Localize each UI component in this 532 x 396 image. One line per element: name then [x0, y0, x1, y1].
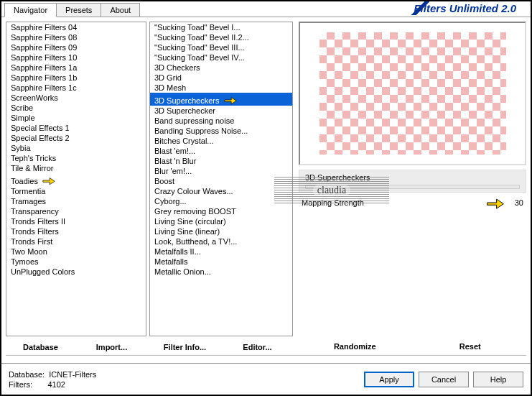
title-slider[interactable] — [305, 185, 520, 189]
filter-item[interactable]: "Sucking Toad" Bevel I... — [150, 22, 292, 32]
filter-item[interactable]: "Sucking Toad" Bevel II.2... — [150, 32, 292, 42]
db-label: Database: — [9, 370, 45, 379]
filter-title: 3D Supercheckers — [299, 170, 526, 193]
tab-presets[interactable]: Presets — [56, 3, 101, 17]
category-item[interactable]: Tronds First — [6, 236, 146, 247]
category-item[interactable]: Special Effects 1 — [6, 123, 146, 133]
category-item[interactable]: Special Effects 2 — [6, 133, 146, 143]
category-item[interactable]: Simple — [6, 113, 146, 123]
filter-item[interactable]: Crazy Colour Waves... — [150, 186, 292, 196]
filter-item[interactable]: Metalfalls — [150, 257, 292, 267]
category-item[interactable]: ScreenWorks — [6, 93, 146, 103]
tab-about[interactable]: About — [101, 3, 140, 17]
category-item[interactable]: Two Moon — [6, 247, 146, 257]
tab-navigator[interactable]: Navigator — [4, 3, 57, 17]
filter-item[interactable]: Metallic Onion... — [150, 267, 292, 277]
preview-area — [299, 22, 526, 165]
filter-item[interactable]: Blast 'n Blur — [150, 156, 292, 166]
param-reset-button[interactable]: Reset — [414, 341, 527, 352]
filter-item[interactable]: Boost — [150, 176, 292, 186]
category-item[interactable]: Sapphire Filters 1b — [6, 73, 146, 83]
filter-item[interactable]: Cyborg... — [150, 196, 292, 206]
category-item[interactable]: Sapphire Filters 08 — [6, 32, 146, 42]
apply-button[interactable]: Apply — [364, 372, 414, 387]
filter-item[interactable]: Living Sine (circular) — [150, 216, 292, 226]
pointer-icon — [223, 95, 238, 105]
filter-item[interactable]: Metalfalls II... — [150, 247, 292, 257]
category-item[interactable]: Transparency — [6, 206, 146, 216]
category-item[interactable]: Toadies — [6, 173, 146, 186]
category-item[interactable]: Sapphire Filters 10 — [6, 52, 146, 63]
category-item[interactable]: Sapphire Filters 1a — [6, 63, 146, 73]
app-title: Filters Unlimited 2.0 — [385, 1, 531, 15]
param-label: Mapping Strength — [302, 198, 502, 207]
filter-item[interactable]: Band supressing noise — [150, 116, 292, 126]
category-list[interactable]: Sapphire Filters 04Sapphire Filters 08Sa… — [6, 22, 146, 336]
db-value: ICNET-Filters — [49, 370, 96, 379]
category-item[interactable]: Tronds Filters — [6, 226, 146, 236]
filter-item[interactable]: Banding Suppress Noise... — [150, 126, 292, 136]
filter-title-text: 3D Supercheckers — [305, 173, 370, 182]
filter-item[interactable]: "Sucking Toad" Bevel IV... — [150, 52, 292, 63]
filter-item[interactable]: 3D Superchecker — [150, 106, 292, 116]
category-item[interactable]: Sapphire Filters 04 — [6, 22, 146, 32]
filter-item[interactable]: 3D Checkers — [150, 63, 292, 73]
category-item[interactable]: Sapphire Filters 1c — [6, 83, 146, 93]
filter-item[interactable]: 3D Supercheckers — [150, 93, 292, 106]
category-item[interactable]: Tormentia — [6, 186, 146, 196]
category-item[interactable]: Sapphire Filters 09 — [6, 42, 146, 52]
filter-item[interactable]: "Sucking Toad" Bevel III... — [150, 42, 292, 52]
footer-info: Database: ICNET-Filters Filters: 4102 — [9, 369, 96, 390]
cat-import-button[interactable]: Import... — [77, 341, 146, 353]
filter-item[interactable]: Bitches Crystal... — [150, 136, 292, 146]
category-item[interactable]: Tramages — [6, 196, 146, 206]
tab-bar: NavigatorPresetsAbout — [1, 3, 139, 17]
category-item[interactable]: UnPlugged Colors — [6, 267, 146, 277]
category-item[interactable]: Tile & Mirror — [6, 163, 146, 173]
category-item[interactable]: Sybia — [6, 143, 146, 153]
filter-item[interactable]: Blast 'em!... — [150, 146, 292, 156]
category-item[interactable]: Tronds Filters II — [6, 216, 146, 226]
filters-label: Filters: — [9, 380, 32, 389]
cancel-button[interactable]: Cancel — [419, 372, 469, 387]
preview-image — [319, 32, 506, 155]
filters-value: 4102 — [47, 380, 65, 389]
filter-item[interactable]: Look, Butthead, a TV!... — [150, 236, 292, 247]
filter-item[interactable]: 3D Grid — [150, 73, 292, 83]
filter-item[interactable]: 3D Mesh — [150, 83, 292, 93]
param-randomize-button[interactable]: Randomize — [299, 341, 411, 352]
filt-editor-button[interactable]: Editor... — [222, 341, 293, 353]
filter-list[interactable]: "Sucking Toad" Bevel I..."Sucking Toad" … — [149, 22, 293, 336]
filter-item[interactable]: Grey removing BOOST — [150, 206, 292, 216]
cat-database-button[interactable]: Database — [6, 341, 75, 353]
category-item[interactable]: Scribe — [6, 103, 146, 113]
param-value: 30 — [506, 198, 523, 207]
filt-filter-info-button[interactable]: Filter Info... — [149, 341, 220, 353]
pointer-icon — [41, 175, 57, 185]
category-item[interactable]: Teph's Tricks — [6, 153, 146, 163]
filter-item[interactable]: Living Sine (linear) — [150, 226, 292, 236]
category-item[interactable]: Tymoes — [6, 257, 146, 267]
help-button[interactable]: Help — [473, 372, 523, 387]
filter-item[interactable]: Blur 'em!... — [150, 166, 292, 176]
